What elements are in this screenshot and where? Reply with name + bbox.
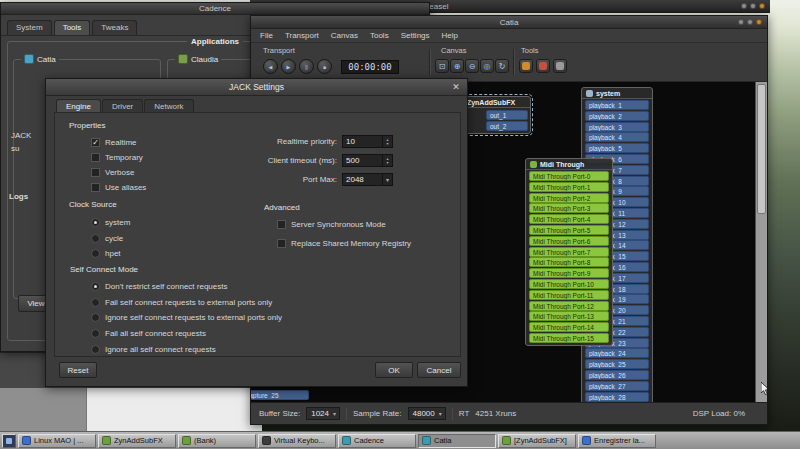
cadence-tab[interactable]: Tweaks xyxy=(92,20,137,35)
menu-item[interactable]: Settings xyxy=(395,30,436,41)
radio-button[interactable] xyxy=(91,345,100,354)
checkbox[interactable] xyxy=(91,153,100,162)
cadence-titlebar[interactable]: Cadence xyxy=(1,3,429,15)
port-playback[interactable]: playback_27 xyxy=(585,381,649,391)
buffer-size-combo[interactable]: 1024▾ xyxy=(306,407,340,420)
checkbox[interactable] xyxy=(277,239,286,248)
transport-button-icon[interactable]: ◀ xyxy=(263,59,278,74)
radio-row[interactable]: Ignore all self connect requests xyxy=(91,344,282,355)
zoom-button-icon[interactable]: ↻ xyxy=(495,59,509,73)
checkbox-row[interactable]: Use aliases xyxy=(91,182,146,193)
maximize-button[interactable] xyxy=(750,3,756,9)
port-playback[interactable]: playback_28 xyxy=(585,392,649,402)
port-midi[interactable]: Midi Through Port-15 xyxy=(529,333,609,343)
transport-button-icon[interactable]: || xyxy=(299,59,314,74)
port-playback[interactable]: playback_1 xyxy=(585,100,649,110)
transport-button-icon[interactable]: ▶ xyxy=(281,59,296,74)
radio-button[interactable] xyxy=(91,298,100,307)
tool-button[interactable] xyxy=(553,59,567,73)
port-midi[interactable]: Midi Through Port-7 xyxy=(529,247,609,257)
port-midi[interactable]: Midi Through Port-6 xyxy=(529,236,609,246)
menu-item[interactable]: File xyxy=(254,30,279,41)
port-midi[interactable]: Midi Through Port-9 xyxy=(529,268,609,278)
port-midi[interactable]: Midi Through Port-5 xyxy=(529,225,609,235)
canvas-vertical-scrollbar[interactable] xyxy=(755,82,767,402)
radio-button[interactable] xyxy=(91,329,100,338)
radio-row[interactable]: Ignore self connect requests to external… xyxy=(91,312,282,323)
port-playback[interactable]: playback_26 xyxy=(585,370,649,380)
checkbox-row[interactable]: Server Synchronous Mode xyxy=(277,219,411,230)
menu-item[interactable]: Help xyxy=(436,30,464,41)
settings-tab[interactable]: Driver xyxy=(102,99,143,113)
port-playback[interactable]: playback_25 xyxy=(585,359,649,369)
minimize-button[interactable] xyxy=(741,3,747,9)
taskbar-window-button[interactable]: Cadence xyxy=(338,434,416,448)
port-audio-out[interactable]: out_1 xyxy=(486,110,528,120)
checkbox-row[interactable]: Realtime xyxy=(91,137,146,148)
radio-button[interactable] xyxy=(91,218,100,227)
dialog-titlebar[interactable]: JACK Settings ✕ xyxy=(46,79,467,96)
port-midi[interactable]: Midi Through Port-10 xyxy=(529,279,609,289)
radio-row[interactable]: hpet xyxy=(91,248,130,259)
cadence-tab[interactable]: System xyxy=(7,20,52,35)
maximize-button[interactable] xyxy=(747,19,753,25)
catia-titlebar[interactable]: Catia xyxy=(251,16,767,29)
client-timeout-spinner[interactable]: 500 ▴▾ xyxy=(342,154,393,167)
cancel-button[interactable]: Cancel xyxy=(417,362,461,378)
checkbox[interactable] xyxy=(277,220,286,229)
radio-row[interactable]: cycle xyxy=(91,233,130,244)
realtime-priority-spinner[interactable]: 10 ▴▾ xyxy=(342,135,393,148)
port-midi[interactable]: Midi Through Port-1 xyxy=(529,182,609,192)
port-midi[interactable]: Midi Through Port-11 xyxy=(529,290,609,300)
close-icon[interactable]: ✕ xyxy=(450,81,462,93)
menu-item[interactable]: Tools xyxy=(364,30,395,41)
close-button[interactable] xyxy=(756,19,762,25)
radio-row[interactable]: system xyxy=(91,217,130,228)
ok-button[interactable]: OK xyxy=(375,362,413,378)
taskbar-window-button[interactable]: ZynAddSubFX xyxy=(98,434,176,448)
radio-button[interactable] xyxy=(91,234,100,243)
zoom-button-icon[interactable]: ⊖ xyxy=(465,59,479,73)
scrollbar-thumb[interactable] xyxy=(757,84,766,214)
checkbox[interactable] xyxy=(91,168,100,177)
port-midi[interactable]: Midi Through Port-8 xyxy=(529,257,609,267)
tool-button[interactable] xyxy=(536,59,550,73)
radio-row[interactable]: Don't restrict self connect requests xyxy=(91,281,282,292)
port-midi[interactable]: Midi Through Port-4 xyxy=(529,214,609,224)
menu-item[interactable]: Transport xyxy=(279,30,325,41)
spinner-arrows-icon[interactable]: ▴▾ xyxy=(382,136,392,147)
checkbox-row[interactable]: Temporary xyxy=(91,152,146,163)
checkbox[interactable] xyxy=(91,183,100,192)
taskbar-window-button[interactable]: Catia xyxy=(418,434,496,448)
port-playback[interactable]: playback_24 xyxy=(585,348,649,358)
zoom-button-icon[interactable]: ◎ xyxy=(480,59,494,73)
settings-tab[interactable]: Engine xyxy=(56,99,101,113)
radio-button[interactable] xyxy=(91,282,100,291)
cadence-tab[interactable]: Tools xyxy=(54,20,91,35)
port-midi[interactable]: Midi Through Port-13 xyxy=(529,311,609,321)
zoom-button-icon[interactable]: ⊡ xyxy=(435,59,449,73)
menu-item[interactable]: Canvas xyxy=(325,30,364,41)
sample-rate-combo[interactable]: 48000▾ xyxy=(408,407,446,420)
reset-button[interactable]: Reset xyxy=(59,362,97,378)
port-audio-out[interactable]: out_2 xyxy=(486,121,528,131)
port-playback[interactable]: playback_4 xyxy=(585,132,649,142)
port-max-combo[interactable]: 2048 ▾ xyxy=(342,173,393,186)
close-button[interactable] xyxy=(759,3,765,9)
checkbox-row[interactable]: Verbose xyxy=(91,167,146,178)
menu-button[interactable] xyxy=(2,434,16,448)
port-midi[interactable]: Midi Through Port-2 xyxy=(529,193,609,203)
radio-row[interactable]: Fail self connect requests to external p… xyxy=(91,297,282,308)
radio-row[interactable]: Fail all self connect requests xyxy=(91,328,282,339)
port-midi[interactable]: Midi Through Port-3 xyxy=(529,203,609,213)
minimize-button[interactable] xyxy=(738,19,744,25)
taskbar-window-button[interactable]: [ZynAddSubFX] xyxy=(498,434,576,448)
taskbar-window-button[interactable]: (Bank) xyxy=(178,434,256,448)
port-midi[interactable]: Midi Through Port-14 xyxy=(529,322,609,332)
radio-button[interactable] xyxy=(91,313,100,322)
port-playback[interactable]: playback_5 xyxy=(585,143,649,153)
taskbar-window-button[interactable]: Virtual Keybo... xyxy=(258,434,336,448)
checkbox[interactable] xyxy=(91,138,100,147)
port-capture-fragment[interactable]: capture_25 xyxy=(251,390,309,400)
taskbar-window-button[interactable]: Enregistrer la... xyxy=(578,434,656,448)
